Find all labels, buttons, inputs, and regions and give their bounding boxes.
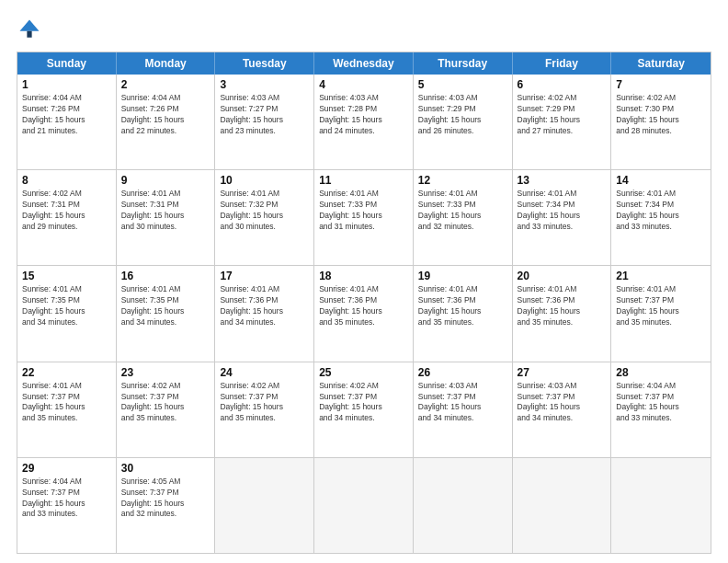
calendar-body: 1Sunrise: 4:04 AMSunset: 7:26 PMDaylight… bbox=[17, 75, 711, 553]
day-number: 20 bbox=[518, 270, 607, 282]
calendar-cell: 15Sunrise: 4:01 AMSunset: 7:35 PMDayligh… bbox=[17, 266, 117, 361]
cell-info: Sunrise: 4:04 AMSunset: 7:37 PMDaylight:… bbox=[22, 477, 111, 521]
day-number: 3 bbox=[220, 78, 309, 91]
calendar-cell: 12Sunrise: 4:01 AMSunset: 7:33 PMDayligh… bbox=[414, 170, 513, 265]
day-number: 4 bbox=[319, 78, 408, 91]
calendar-cell: 23Sunrise: 4:02 AMSunset: 7:37 PMDayligh… bbox=[117, 362, 216, 457]
calendar-cell: 25Sunrise: 4:02 AMSunset: 7:37 PMDayligh… bbox=[314, 362, 414, 457]
weekday-header: Friday bbox=[513, 52, 612, 75]
day-number: 1 bbox=[22, 78, 111, 91]
day-number: 7 bbox=[616, 78, 706, 91]
day-number: 6 bbox=[518, 78, 607, 91]
calendar-cell: 27Sunrise: 4:03 AMSunset: 7:37 PMDayligh… bbox=[513, 362, 612, 457]
cell-info: Sunrise: 4:03 AMSunset: 7:27 PMDaylight:… bbox=[220, 93, 309, 137]
calendar-cell: 5Sunrise: 4:03 AMSunset: 7:29 PMDaylight… bbox=[414, 75, 513, 169]
calendar-cell: 18Sunrise: 4:01 AMSunset: 7:36 PMDayligh… bbox=[314, 266, 414, 361]
calendar-row: 22Sunrise: 4:01 AMSunset: 7:37 PMDayligh… bbox=[17, 362, 711, 458]
calendar-cell bbox=[414, 458, 513, 553]
calendar-cell: 21Sunrise: 4:01 AMSunset: 7:37 PMDayligh… bbox=[611, 266, 711, 361]
calendar-cell: 3Sunrise: 4:03 AMSunset: 7:27 PMDaylight… bbox=[215, 75, 314, 169]
cell-info: Sunrise: 4:01 AMSunset: 7:36 PMDaylight:… bbox=[418, 284, 507, 328]
day-number: 30 bbox=[121, 462, 210, 475]
cell-info: Sunrise: 4:01 AMSunset: 7:34 PMDaylight:… bbox=[518, 189, 607, 233]
page: SundayMondayTuesdayWednesdayThursdayFrid… bbox=[0, 0, 728, 563]
svg-rect-1 bbox=[27, 31, 31, 38]
cell-info: Sunrise: 4:02 AMSunset: 7:30 PMDaylight:… bbox=[616, 93, 706, 137]
day-number: 14 bbox=[616, 174, 706, 187]
calendar-cell: 13Sunrise: 4:01 AMSunset: 7:34 PMDayligh… bbox=[513, 170, 612, 265]
calendar-cell: 19Sunrise: 4:01 AMSunset: 7:36 PMDayligh… bbox=[414, 266, 513, 361]
calendar-cell: 22Sunrise: 4:01 AMSunset: 7:37 PMDayligh… bbox=[17, 362, 117, 457]
cell-info: Sunrise: 4:02 AMSunset: 7:31 PMDaylight:… bbox=[22, 189, 111, 233]
calendar-cell: 4Sunrise: 4:03 AMSunset: 7:28 PMDaylight… bbox=[314, 75, 414, 169]
calendar-cell bbox=[513, 458, 612, 553]
cell-info: Sunrise: 4:01 AMSunset: 7:36 PMDaylight:… bbox=[319, 284, 408, 328]
cell-info: Sunrise: 4:01 AMSunset: 7:37 PMDaylight:… bbox=[22, 381, 111, 425]
day-number: 10 bbox=[220, 174, 309, 187]
cell-info: Sunrise: 4:01 AMSunset: 7:37 PMDaylight:… bbox=[616, 284, 706, 328]
day-number: 24 bbox=[220, 366, 309, 379]
day-number: 21 bbox=[616, 270, 706, 282]
day-number: 8 bbox=[22, 174, 111, 187]
cell-info: Sunrise: 4:02 AMSunset: 7:37 PMDaylight:… bbox=[319, 381, 408, 425]
calendar-cell: 9Sunrise: 4:01 AMSunset: 7:31 PMDaylight… bbox=[117, 170, 216, 265]
cell-info: Sunrise: 4:03 AMSunset: 7:37 PMDaylight:… bbox=[418, 381, 507, 425]
cell-info: Sunrise: 4:01 AMSunset: 7:35 PMDaylight:… bbox=[22, 284, 111, 328]
day-number: 23 bbox=[121, 366, 210, 379]
day-number: 25 bbox=[319, 366, 408, 379]
calendar-cell: 2Sunrise: 4:04 AMSunset: 7:26 PMDaylight… bbox=[117, 75, 216, 169]
calendar-cell: 7Sunrise: 4:02 AMSunset: 7:30 PMDaylight… bbox=[611, 75, 711, 169]
calendar-cell: 30Sunrise: 4:05 AMSunset: 7:37 PMDayligh… bbox=[117, 458, 216, 553]
calendar-row: 8Sunrise: 4:02 AMSunset: 7:31 PMDaylight… bbox=[17, 170, 711, 266]
cell-info: Sunrise: 4:01 AMSunset: 7:36 PMDaylight:… bbox=[220, 284, 309, 328]
cell-info: Sunrise: 4:01 AMSunset: 7:35 PMDaylight:… bbox=[121, 284, 210, 328]
calendar-cell: 14Sunrise: 4:01 AMSunset: 7:34 PMDayligh… bbox=[611, 170, 711, 265]
calendar-cell bbox=[314, 458, 414, 553]
weekday-header: Tuesday bbox=[215, 52, 314, 75]
calendar-cell: 10Sunrise: 4:01 AMSunset: 7:32 PMDayligh… bbox=[215, 170, 314, 265]
calendar-cell: 17Sunrise: 4:01 AMSunset: 7:36 PMDayligh… bbox=[215, 266, 314, 361]
cell-info: Sunrise: 4:01 AMSunset: 7:31 PMDaylight:… bbox=[121, 189, 210, 233]
weekday-header: Saturday bbox=[611, 52, 711, 75]
calendar-cell: 20Sunrise: 4:01 AMSunset: 7:36 PMDayligh… bbox=[513, 266, 612, 361]
day-number: 11 bbox=[319, 174, 408, 187]
day-number: 9 bbox=[121, 174, 210, 187]
day-number: 12 bbox=[418, 174, 507, 187]
day-number: 29 bbox=[22, 462, 111, 475]
weekday-header: Monday bbox=[117, 52, 216, 75]
day-number: 16 bbox=[121, 270, 210, 282]
calendar-cell: 1Sunrise: 4:04 AMSunset: 7:26 PMDaylight… bbox=[17, 75, 117, 169]
day-number: 13 bbox=[518, 174, 607, 187]
weekday-header: Thursday bbox=[414, 52, 513, 75]
calendar-cell: 11Sunrise: 4:01 AMSunset: 7:33 PMDayligh… bbox=[314, 170, 414, 265]
calendar: SundayMondayTuesdayWednesdayThursdayFrid… bbox=[17, 52, 711, 554]
calendar-cell: 6Sunrise: 4:02 AMSunset: 7:29 PMDaylight… bbox=[513, 75, 612, 169]
day-number: 15 bbox=[22, 270, 111, 282]
cell-info: Sunrise: 4:04 AMSunset: 7:26 PMDaylight:… bbox=[22, 93, 111, 137]
cell-info: Sunrise: 4:04 AMSunset: 7:37 PMDaylight:… bbox=[616, 381, 706, 425]
cell-info: Sunrise: 4:03 AMSunset: 7:29 PMDaylight:… bbox=[418, 93, 507, 137]
calendar-header: SundayMondayTuesdayWednesdayThursdayFrid… bbox=[17, 52, 711, 75]
day-number: 19 bbox=[418, 270, 507, 282]
cell-info: Sunrise: 4:03 AMSunset: 7:37 PMDaylight:… bbox=[518, 381, 607, 425]
calendar-row: 1Sunrise: 4:04 AMSunset: 7:26 PMDaylight… bbox=[17, 75, 711, 170]
logo-icon bbox=[17, 17, 42, 42]
cell-info: Sunrise: 4:04 AMSunset: 7:26 PMDaylight:… bbox=[121, 93, 210, 137]
weekday-header: Sunday bbox=[17, 52, 117, 75]
calendar-cell: 16Sunrise: 4:01 AMSunset: 7:35 PMDayligh… bbox=[117, 266, 216, 361]
cell-info: Sunrise: 4:01 AMSunset: 7:33 PMDaylight:… bbox=[418, 189, 507, 233]
cell-info: Sunrise: 4:02 AMSunset: 7:29 PMDaylight:… bbox=[518, 93, 607, 137]
day-number: 18 bbox=[319, 270, 408, 282]
calendar-row: 29Sunrise: 4:04 AMSunset: 7:37 PMDayligh… bbox=[17, 458, 711, 553]
calendar-cell: 8Sunrise: 4:02 AMSunset: 7:31 PMDaylight… bbox=[17, 170, 117, 265]
calendar-cell: 26Sunrise: 4:03 AMSunset: 7:37 PMDayligh… bbox=[414, 362, 513, 457]
cell-info: Sunrise: 4:05 AMSunset: 7:37 PMDaylight:… bbox=[121, 477, 210, 521]
logo bbox=[17, 17, 46, 42]
calendar-cell: 29Sunrise: 4:04 AMSunset: 7:37 PMDayligh… bbox=[17, 458, 117, 553]
weekday-header: Wednesday bbox=[314, 52, 414, 75]
cell-info: Sunrise: 4:01 AMSunset: 7:33 PMDaylight:… bbox=[319, 189, 408, 233]
calendar-cell bbox=[215, 458, 314, 553]
day-number: 26 bbox=[418, 366, 507, 379]
cell-info: Sunrise: 4:02 AMSunset: 7:37 PMDaylight:… bbox=[121, 381, 210, 425]
day-number: 5 bbox=[418, 78, 507, 91]
